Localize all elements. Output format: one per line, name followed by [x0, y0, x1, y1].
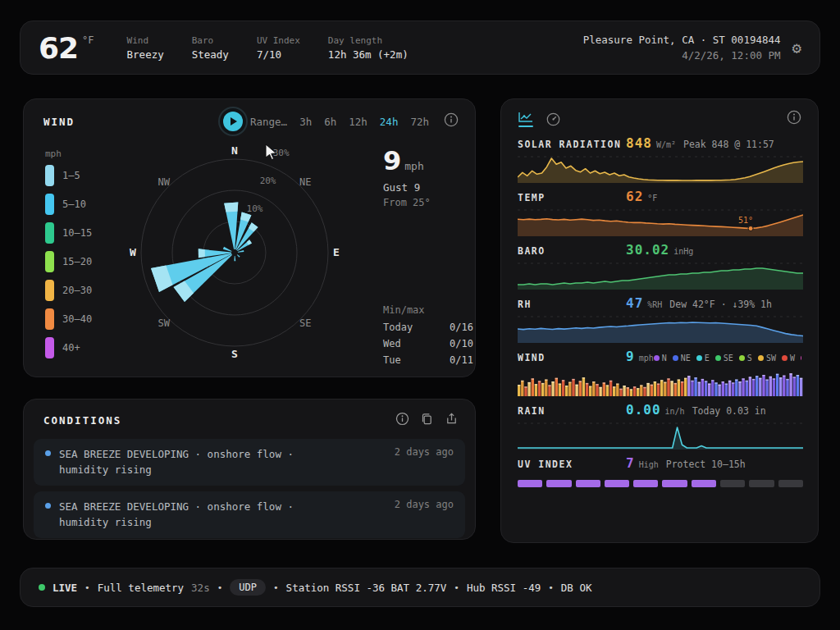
minmax-row: Tue0/11: [383, 354, 473, 366]
dir-legend-item: S: [739, 354, 752, 363]
metric-label: SOLAR RADIATION: [518, 139, 626, 150]
condition-bullet: [45, 503, 51, 509]
uv-segment: [662, 480, 687, 487]
uv-segment: [778, 480, 803, 487]
metric-value: 62: [626, 189, 643, 204]
metric-label: RAIN: [518, 405, 626, 417]
metric-label: UV INDEX: [518, 459, 626, 470]
gauges-tab-icon[interactable]: [546, 112, 561, 127]
wind-speed-legend: mph 1–5 5–10 10–15 15–20 20–30 30–40 40+: [45, 148, 92, 366]
conditions-panel: CONDITIONS SEA BREEZE DEVELOPING · onsho…: [23, 399, 476, 540]
dir-legend-item: NE: [673, 354, 691, 363]
station-datetime: 4/2/26, 12:00 PM: [583, 49, 781, 62]
copy-icon[interactable]: [420, 412, 434, 429]
temp-sparkline: 51°: [518, 208, 803, 236]
uv-segment: [720, 480, 745, 487]
legend-label: 40+: [62, 342, 80, 354]
condition-item[interactable]: SEA BREEZE DEVELOPING · onshore flow · h…: [34, 439, 465, 486]
compass-label: NW: [158, 176, 171, 188]
dir-dot: [715, 355, 721, 361]
play-animation-button[interactable]: [218, 107, 248, 136]
dir-legend-item: E: [696, 354, 710, 363]
range-option-72h[interactable]: 72h: [410, 116, 429, 128]
telemetry-row-wind: WIND 9 mph N NE E SE S SW W NW: [518, 349, 801, 396]
conditions-title: CONDITIONS: [43, 414, 121, 427]
compass-label: N: [231, 144, 238, 157]
wind-from-direction: From 25°: [383, 197, 473, 208]
legend-label: 5–10: [62, 199, 86, 210]
uv-segment: [633, 480, 658, 487]
condition-item[interactable]: SEA BREEZE DEVELOPING · onshore flow · h…: [34, 491, 465, 538]
legend-swatch: [45, 251, 54, 272]
dir-dot: [801, 355, 801, 361]
legend-swatch: [45, 308, 54, 330]
rain-sparkline: [518, 422, 803, 450]
minmax-row: Wed0/10: [383, 338, 473, 349]
metric-unit: High: [639, 460, 659, 469]
wind-panel-title: WIND: [43, 116, 75, 128]
metric-value: 848: [626, 135, 652, 151]
dir-legend-item: SE: [715, 354, 733, 363]
info-icon[interactable]: [395, 412, 409, 429]
metric-extra: Today 0.03 in: [692, 405, 766, 417]
stat-value: Breezy: [127, 48, 164, 61]
compass-label: NE: [299, 176, 311, 188]
dir-legend-item: SW: [758, 354, 776, 363]
separator-dot: •: [217, 582, 223, 593]
settings-gear-icon[interactable]: ⚙: [792, 39, 801, 57]
separator-dot: •: [273, 582, 279, 593]
range-option-12h[interactable]: 12h: [349, 116, 368, 128]
stat-uv-index: UV Index 7/10: [257, 35, 300, 61]
metric-unit: W/m²: [656, 140, 676, 149]
wind-gust: Gust 9: [383, 181, 473, 194]
telemetry-row-rain: RAIN 0.00 in/h Today 0.03 in: [518, 402, 801, 450]
charts-tab-icon[interactable]: [518, 111, 534, 127]
info-icon[interactable]: [787, 110, 801, 128]
db-status: DB OK: [561, 582, 592, 594]
info-icon[interactable]: [444, 112, 459, 130]
uv-segment: [546, 480, 571, 487]
telemetry-row-temp: TEMP 62 °F 51°: [518, 189, 801, 236]
compass-label: S: [231, 348, 238, 360]
range-option-3h[interactable]: 3h: [299, 116, 312, 128]
wind-rose-chart: NNEESESSWWNW10%20%30%: [120, 138, 349, 368]
stat-label: Day length: [328, 35, 409, 46]
legend-label: 10–15: [62, 227, 92, 239]
station-rssi: Station RSSI -36 BAT 2.77V: [286, 582, 447, 594]
compass-label: W: [130, 246, 136, 258]
range-option-6h[interactable]: 6h: [324, 116, 336, 128]
legend-swatch: [45, 222, 54, 244]
dir-dot: [782, 355, 788, 361]
separator-dot: •: [548, 582, 554, 593]
legend-label: 1–5: [62, 170, 80, 181]
condition-text: SEA BREEZE DEVELOPING · onshore flow · h…: [59, 446, 294, 478]
wind-minmax-table: Min/max Today0/16 Wed0/10 Tue0/11: [383, 304, 473, 371]
wind-histogram: [518, 368, 803, 396]
metric-value: 7: [626, 455, 635, 471]
telemetry-age: 32s: [191, 582, 210, 594]
current-temp: 62: [39, 31, 78, 65]
solar-sparkline: [518, 155, 803, 183]
dir-dot: [758, 355, 764, 361]
ring-percent-label: 10%: [247, 203, 263, 214]
metric-extra: Peak 848 @ 11:57: [683, 139, 774, 150]
separator-dot: •: [454, 582, 459, 593]
legend-swatch: [45, 280, 54, 301]
protocol-badge: UDP: [230, 579, 266, 596]
range-option-24h[interactable]: 24h: [380, 116, 399, 128]
legend-swatch: [45, 337, 54, 358]
condition-text: SEA BREEZE DEVELOPING · onshore flow · h…: [59, 499, 294, 531]
range-label: Range…: [250, 116, 287, 128]
rh-sparkline: [518, 315, 803, 343]
metric-label: TEMP: [518, 192, 626, 203]
legend-item: 20–30: [45, 280, 92, 301]
metric-unit: inHg: [673, 247, 693, 256]
minmax-row: Today0/16: [383, 322, 473, 333]
telemetry-row-solar: SOLAR RADIATION 848 W/m² Peak 848 @ 11:5…: [518, 135, 801, 183]
share-icon[interactable]: [445, 412, 459, 429]
wind-panel: WIND Range… 3h 6h 12h 24h 72h mph 1–5 5–…: [23, 98, 476, 377]
metric-value: 9: [626, 349, 635, 364]
station-info: Pleasure Point, CA · ST 00194844 4/2/26,…: [583, 34, 781, 62]
legend-item: 15–20: [45, 251, 92, 272]
telemetry-panel: SOLAR RADIATION 848 W/m² Peak 848 @ 11:5…: [500, 98, 819, 543]
